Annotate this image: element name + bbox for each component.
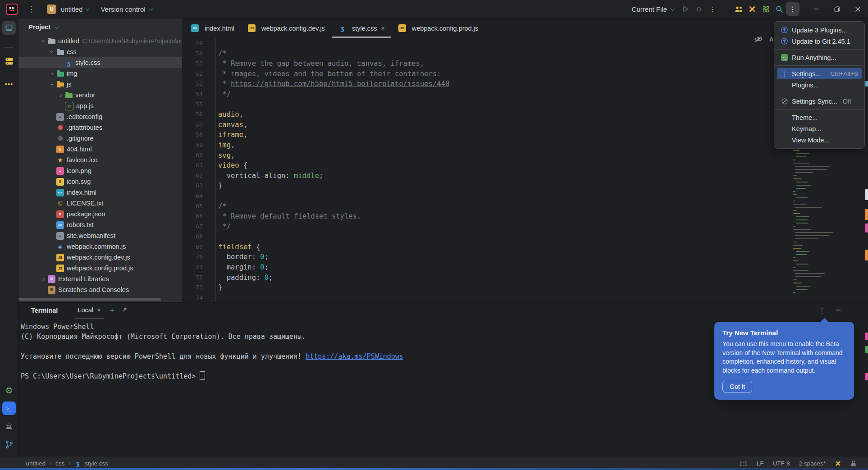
tree-item-robots-txt[interactable]: oorobots.txt [18,219,182,230]
tree-item-favicon-ico[interactable]: ★favicon.ico [18,155,182,165]
debug-button[interactable] [692,2,706,16]
minimap-line [793,248,801,249]
tree-item-editorconfig[interactable]: ≡.editorconfig [18,111,182,122]
tree-item-package-json[interactable]: npackage.json [18,209,182,219]
breadcrumb-project[interactable]: untitled [26,460,46,467]
chevron-right-icon[interactable]: › [48,70,56,77]
tree-item-license-txt[interactable]: ©LICENSE.txt [18,198,182,209]
menu-item-settings-sync[interactable]: Settings Sync...Off [777,96,862,107]
encoding-widget[interactable]: UTF-8 [772,460,790,467]
menu-item-update-to-git-2-45-1[interactable]: Update to Git 2.45.1 [777,36,862,47]
folder-img-icon [56,70,64,78]
indent-widget[interactable]: 2 spaces* [799,460,826,467]
project-panel-header[interactable]: Project [18,18,182,36]
main-menu-button[interactable]: ⋮ [27,5,35,13]
tree-item-webpack-common-js[interactable]: ◈webpack.common.js [18,241,182,252]
project-path: C:\Users\User\RubymineProjects\untitled [82,37,183,45]
chevron-down-icon[interactable]: › [41,37,47,46]
got-it-button[interactable]: Got It [722,381,752,392]
chevron-down-icon[interactable]: › [49,48,55,56]
tree-item-external-libraries[interactable]: ›≣External Libraries [18,274,182,284]
more-tool-windows-button[interactable]: ••• [0,75,18,92]
folder-js-icon: JS [56,81,64,88]
terminal-options-button[interactable]: ⋮ [818,306,826,315]
tree-item-css[interactable]: ›css [18,46,182,57]
chevron-right-icon[interactable]: › [39,276,48,282]
run-configuration-widget[interactable]: Current File [632,5,673,13]
tree-item-gitattributes[interactable]: .gitattributes [18,122,182,133]
more-actions-button[interactable]: ⋮ [706,2,719,16]
tab-style-css[interactable]: ʒstyle.css× [332,18,392,38]
menu-item-shortcut: Ctrl+Alt+S [830,70,858,77]
settings-stripe-button[interactable]: ⚙ [0,382,18,399]
code-line: 66 * Remove default fieldset styles. [183,211,868,222]
tree-item-site-webmanifest[interactable]: ≡site.webmanifest [18,230,182,241]
tree-item-img[interactable]: ›img [18,68,182,79]
project-widget[interactable]: untitled [61,5,89,13]
plugin-atom-button[interactable] [759,2,772,16]
tree-item-icon-svg[interactable]: Sicon.svg [18,176,182,187]
minimap-line [795,232,833,233]
tree-item-index-html[interactable]: <>index.html [18,187,182,198]
tree-item-vendor[interactable]: ›vendor [18,90,182,100]
tree-item-scratches-and-consoles[interactable]: ≣Scratches and Consoles [18,284,182,295]
tree-item-404-html[interactable]: 5404.html [18,144,182,155]
close-button[interactable] [847,0,868,18]
breadcrumb-file[interactable]: style.css [85,460,108,467]
vcs-widget[interactable]: Version control [101,5,151,13]
minimize-button[interactable] [806,0,827,18]
tree-item-webpack-config-dev-js[interactable]: JSwebpack.config.dev.js [18,252,182,263]
menu-item-keymap[interactable]: Keymap... [777,123,862,134]
chevron-down-icon[interactable]: › [49,80,55,89]
line-ending-widget[interactable]: LF [757,460,764,467]
breadcrumb-folder[interactable]: css [55,460,64,467]
new-terminal-session-button[interactable]: + [110,306,115,315]
expand-terminal-button[interactable] [122,307,128,314]
tree-item-app-js[interactable]: jsapp.js [18,100,182,111]
tree-item-icon-png[interactable]: ▲icon.png [18,165,182,176]
code-line: 53 * https://github.com/h5bp/html5-boile… [183,79,868,89]
tree-item-untitled[interactable]: ›untitledC:\Users\User\RubymineProjects\… [18,36,182,46]
structure-tool-button[interactable] [0,53,18,70]
close-tab-icon[interactable]: × [381,25,384,32]
minimap-line [796,197,808,198]
run-button[interactable] [679,2,692,16]
menu-item-settings[interactable]: ⋮Settings...Ctrl+Alt+S [777,68,862,79]
close-icon[interactable]: × [97,306,101,314]
tab-webpack-config-prod-js[interactable]: JSwebpack.config.prod.js [392,18,485,38]
caret-position-widget[interactable]: 1:1 [739,460,748,467]
tab-index-html[interactable]: <>index.html [184,18,241,38]
menu-item-view-mode[interactable]: View Mode... [777,134,862,146]
menu-item-run-anything[interactable]: >_Run Anything... [777,52,862,63]
tree-item-js[interactable]: ›JSjs [18,79,182,90]
unlock-icon[interactable] [850,460,856,467]
editor-area[interactable]: <>index.htmlJSwebpack.config.dev.jsʒstyl… [183,18,868,302]
terminal-tab-local[interactable]: Local × [75,302,103,319]
menu-item-plugins[interactable]: Plugins... [777,79,862,91]
tab-webpack-config-dev-js[interactable]: JSwebpack.config.dev.js [241,18,332,38]
code-with-me-button[interactable] [732,2,745,16]
settings-kebab-button[interactable]: ⋮ [786,2,799,16]
minimap-line [793,292,795,293]
tools-icon[interactable] [835,460,841,467]
project-tool-button[interactable] [0,19,18,37]
tree-item-style-css[interactable]: ʒstyle.css [18,57,182,68]
hide-terminal-button[interactable] [836,307,841,314]
terminal-tool-button[interactable]: >_ [0,400,18,417]
restore-button[interactable] [827,0,847,18]
terminal-link[interactable]: https://aka.ms/PSWindows [306,352,403,360]
tree-item-webpack-config-prod-js[interactable]: JSwebpack.config.prod.js [18,263,182,274]
search-everywhere-button[interactable] [772,2,786,16]
tree-horizontal-scrollbar[interactable] [18,298,161,301]
notifications-button[interactable] [0,418,18,435]
highlighting-off-eye-icon[interactable] [754,36,763,42]
menu-item-theme[interactable]: Theme... [777,112,862,123]
git-tool-button[interactable] [0,436,18,453]
tools-button[interactable] [745,2,759,16]
line-number: 53 [183,79,216,89]
code-hyperlink[interactable]: https://github.com/h5bp/html5-boilerplat… [231,80,449,88]
chevron-right-icon[interactable]: › [56,92,65,98]
menu-item-update-3-plugins[interactable]: Update 3 Plugins... [777,24,862,36]
code-editor[interactable]: 4950/*51 * Remove the gap between audio,… [183,38,868,313]
tree-item-gitignore[interactable]: .gitignore [18,133,182,144]
